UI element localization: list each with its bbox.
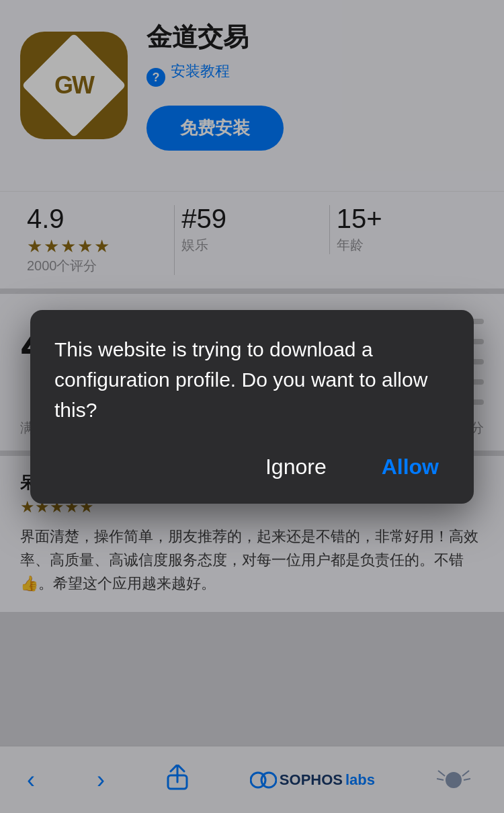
modal-message: This website is trying to download a con… xyxy=(54,334,450,425)
ignore-button[interactable]: Ignore xyxy=(255,449,337,485)
modal-buttons: Ignore Allow xyxy=(54,449,450,485)
configuration-profile-modal: This website is trying to download a con… xyxy=(30,310,474,504)
modal-overlay: This website is trying to download a con… xyxy=(0,0,504,813)
allow-button[interactable]: Allow xyxy=(371,449,450,485)
